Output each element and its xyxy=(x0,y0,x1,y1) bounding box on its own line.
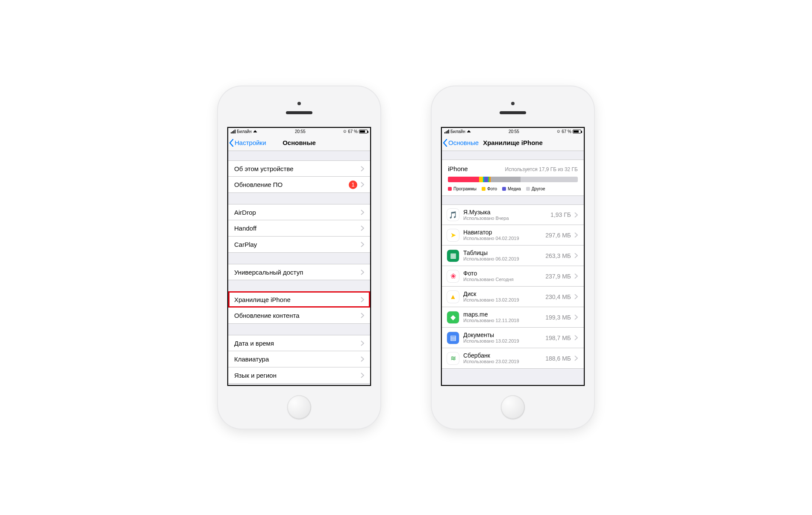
app-row[interactable]: ▦ТаблицыИспользовано 06.02.2019263,3 МБ xyxy=(442,246,584,266)
app-size: 199,3 МБ xyxy=(545,314,571,321)
usage-text: Используется 17,9 ГБ из 32 ГБ xyxy=(505,166,578,172)
legend-swatch xyxy=(502,187,506,191)
usage-segment xyxy=(479,177,483,182)
chevron-right-icon xyxy=(574,355,578,361)
settings-row[interactable]: Клавиатура xyxy=(228,351,370,367)
app-last-used: Использовано Сегодня xyxy=(463,277,545,282)
legend-label: Другое xyxy=(532,186,545,191)
app-row[interactable]: ➤НавигаторИспользовано 04.02.2019297,6 М… xyxy=(442,225,584,246)
app-last-used: Использовано 13.02.2019 xyxy=(463,297,545,303)
settings-row[interactable]: AirDrop xyxy=(228,204,370,220)
row-label: Handoff xyxy=(234,225,361,232)
app-row[interactable]: ◆maps.meИспользовано 12.11.2018199,3 МБ xyxy=(442,307,584,328)
app-icon: ▦ xyxy=(447,250,459,262)
screen-general: Билайн 20:55 ⊙ 67 % Настройки Основные О… xyxy=(227,127,371,386)
chevron-right-icon xyxy=(574,335,578,340)
app-row[interactable]: 🎵Я.МузыкаИспользовано Вчера1,93 ГБ xyxy=(442,204,584,225)
chevron-right-icon xyxy=(361,297,364,302)
usage-bar xyxy=(448,177,578,182)
legend-item: Другое xyxy=(526,186,545,191)
row-label: Обновление ПО xyxy=(234,181,349,188)
chevron-right-icon xyxy=(361,166,364,172)
settings-row[interactable]: Язык и регион xyxy=(228,367,370,384)
notification-badge: 1 xyxy=(349,181,357,189)
app-last-used: Использовано 23.02.2019 xyxy=(463,359,545,364)
settings-row[interactable]: Об этом устройстве xyxy=(228,160,370,177)
battery-pct: 67 % xyxy=(562,129,571,134)
app-icon: ▲ xyxy=(447,291,459,303)
app-icon: ◆ xyxy=(447,311,459,323)
storage-table[interactable]: iPhone Используется 17,9 ГБ из 32 ГБ Про… xyxy=(442,151,584,385)
chevron-right-icon xyxy=(574,253,578,258)
settings-row[interactable]: Универсальный доступ xyxy=(228,264,370,280)
settings-row[interactable]: Дата и время xyxy=(228,335,370,351)
app-size: 188,6 МБ xyxy=(545,355,571,362)
chevron-right-icon xyxy=(361,182,364,187)
app-last-used: Использовано 12.11.2018 xyxy=(463,318,545,323)
legend-swatch xyxy=(526,187,530,191)
chevron-right-icon xyxy=(574,232,578,238)
legend-item: Медиа xyxy=(502,186,521,191)
app-size: 263,3 МБ xyxy=(545,252,571,259)
app-size: 198,7 МБ xyxy=(545,334,571,341)
row-label: Хранилище iPhone xyxy=(234,296,361,303)
settings-row[interactable]: Обновление ПО1 xyxy=(228,177,370,193)
storage-summary: iPhone Используется 17,9 ГБ из 32 ГБ Про… xyxy=(442,160,584,196)
chevron-right-icon xyxy=(574,294,578,299)
chevron-right-icon xyxy=(361,340,364,346)
settings-table[interactable]: Об этом устройствеОбновление ПО1AirDropH… xyxy=(228,151,370,385)
chevron-right-icon xyxy=(574,212,578,218)
app-row[interactable]: ≋СбербанкИспользовано 23.02.2019188,6 МБ xyxy=(442,348,584,369)
chevron-left-icon xyxy=(443,139,447,147)
nav-bar: Основные Хранилище iPhone xyxy=(442,135,584,151)
usage-legend: ПрограммыФотоМедиаДругое xyxy=(448,186,578,191)
app-text: ДокументыИспользовано 13.02.2019 xyxy=(463,331,545,344)
app-name: Фото xyxy=(463,270,545,277)
settings-row[interactable]: CarPlay xyxy=(228,237,370,253)
legend-label: Программы xyxy=(453,186,477,191)
app-text: ДискИспользовано 13.02.2019 xyxy=(463,290,545,303)
chevron-right-icon xyxy=(361,225,364,231)
status-bar: Билайн 20:55 ⊙ 67 % xyxy=(228,128,370,135)
carrier-label: Билайн xyxy=(450,129,465,134)
back-button[interactable]: Настройки xyxy=(228,139,266,147)
legend-label: Медиа xyxy=(508,186,521,191)
legend-label: Фото xyxy=(487,186,497,191)
app-row[interactable]: ❀ФотоИспользовано Сегодня237,9 МБ xyxy=(442,266,584,287)
app-name: Документы xyxy=(463,331,545,338)
chevron-right-icon xyxy=(361,210,364,215)
chevron-right-icon xyxy=(361,269,364,275)
chevron-right-icon xyxy=(361,373,364,378)
app-row[interactable]: ▤ДокументыИспользовано 13.02.2019198,7 М… xyxy=(442,328,584,348)
legend-item: Программы xyxy=(448,186,477,191)
speaker xyxy=(500,111,526,114)
app-name: Навигатор xyxy=(463,229,545,236)
row-label: Язык и регион xyxy=(234,372,361,379)
app-row[interactable]: ▲ДискИспользовано 13.02.2019230,4 МБ xyxy=(442,287,584,307)
row-label: Универсальный доступ xyxy=(234,269,361,276)
status-time: 20:55 xyxy=(509,129,519,134)
settings-row[interactable]: Обновление контента xyxy=(228,308,370,324)
app-text: ТаблицыИспользовано 06.02.2019 xyxy=(463,249,545,262)
app-text: НавигаторИспользовано 04.02.2019 xyxy=(463,229,545,241)
back-label: Настройки xyxy=(235,139,266,146)
usage-segment xyxy=(484,177,488,182)
home-button[interactable] xyxy=(501,395,525,419)
chevron-right-icon xyxy=(361,356,364,362)
back-label: Основные xyxy=(448,139,479,146)
row-label: Обновление контента xyxy=(234,312,361,319)
app-size: 230,4 МБ xyxy=(545,293,571,300)
settings-row[interactable]: Хранилище iPhone xyxy=(228,291,370,308)
apps-list: 🎵Я.МузыкаИспользовано Вчера1,93 ГБ➤Навиг… xyxy=(442,204,584,369)
app-name: Диск xyxy=(463,290,545,297)
battery-icon xyxy=(573,130,581,133)
app-name: maps.me xyxy=(463,311,545,318)
status-time: 20:55 xyxy=(295,129,306,134)
settings-row[interactable]: Handoff xyxy=(228,220,370,237)
app-size: 1,93 ГБ xyxy=(550,211,571,218)
back-button[interactable]: Основные xyxy=(442,139,479,147)
row-label: CarPlay xyxy=(234,241,361,248)
app-icon: ▤ xyxy=(447,332,459,344)
home-button[interactable] xyxy=(287,395,311,419)
row-label: Клавиатура xyxy=(234,355,361,363)
